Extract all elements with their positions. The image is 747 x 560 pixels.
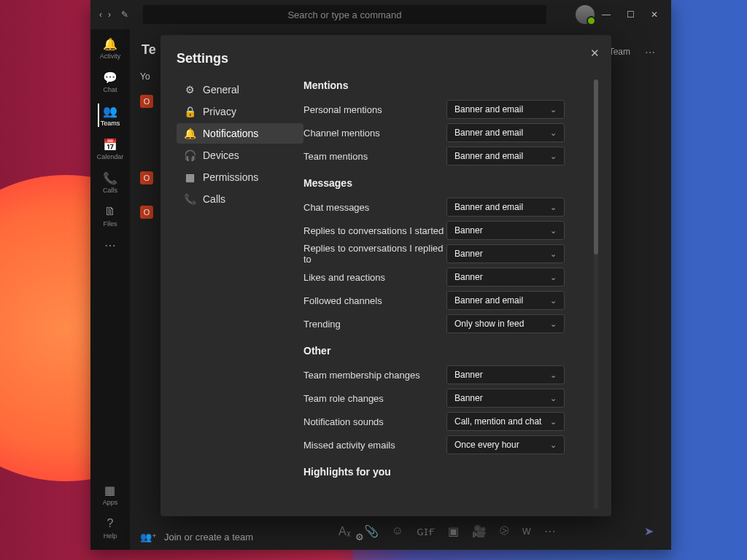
more-icon[interactable]: ⋯ (544, 524, 556, 538)
dialog-close-icon[interactable]: ✕ (590, 47, 600, 60)
settings-row-label: Missed activity emails (303, 440, 446, 451)
back-icon[interactable]: ‹ (99, 9, 102, 20)
settings-select[interactable]: Banner⌄ (446, 365, 565, 384)
rail-chat[interactable]: 💬Chat (103, 70, 117, 93)
send-icon[interactable]: ➤ (644, 524, 654, 538)
settings-tab-general[interactable]: ⚙General (177, 79, 303, 100)
settings-select[interactable]: Call, mention and chat⌄ (446, 412, 565, 431)
rail-teams[interactable]: 👥Teams (98, 104, 120, 127)
stream-icon[interactable]: ⧁ (500, 524, 509, 537)
settings-select[interactable]: Once every hour⌄ (446, 435, 565, 454)
bell-icon: 🔔 (184, 128, 196, 139)
settings-tab-label: Privacy (203, 106, 236, 117)
chevron-down-icon: ⌄ (550, 440, 557, 450)
settings-tab-calls[interactable]: 📞Calls (177, 189, 303, 209)
format-icon[interactable]: Aᵪ (338, 524, 351, 538)
attach-icon[interactable]: 📎 (364, 524, 379, 538)
settings-row: Team role changesBanner⌄ (303, 387, 594, 409)
minimize-icon[interactable]: — (602, 9, 611, 20)
left-rail: 🔔Activity 💬Chat 👥Teams 📅Calendar 📞Calls … (90, 29, 130, 550)
rail-help[interactable]: ?Help (103, 516, 117, 540)
phone-icon: 📞 (184, 193, 196, 205)
settings-select[interactable]: Banner⌄ (446, 244, 565, 263)
teams-icon: 👥 (103, 104, 117, 118)
settings-select[interactable]: Banner and email⌄ (446, 123, 565, 142)
meet-icon[interactable]: 🎥 (472, 524, 487, 538)
team-more-icon[interactable]: ⋯ (645, 47, 655, 58)
settings-group: MessagesChat messagesBanner and email⌄Re… (303, 177, 594, 335)
rail-apps[interactable]: ▦Apps (103, 483, 118, 506)
settings-row-label: Chat messages (303, 202, 446, 213)
select-value: Only show in feed (454, 319, 524, 329)
search-input[interactable]: Search or type a command (143, 5, 546, 24)
wiki-icon[interactable]: w (522, 524, 531, 537)
settings-select[interactable]: Banner and email⌄ (446, 100, 565, 119)
chevron-down-icon: ⌄ (550, 370, 557, 380)
settings-select[interactable]: Banner⌄ (446, 221, 565, 240)
rail-files[interactable]: 🗎Files (103, 204, 117, 228)
group-title: Other (303, 345, 594, 357)
select-value: Banner and email (454, 151, 523, 161)
settings-pane: MentionsPersonal mentionsBanner and emai… (303, 79, 598, 509)
join-team-bar[interactable]: 👥⁺ Join or create a team ⚙ (140, 532, 364, 542)
group-title: Mentions (303, 79, 594, 91)
settings-select[interactable]: Banner⌄ (446, 389, 565, 408)
settings-select[interactable]: Banner⌄ (446, 268, 565, 287)
settings-row-label: Personal mentions (303, 104, 446, 115)
team-tile[interactable]: O (140, 206, 153, 219)
chevron-down-icon: ⌄ (550, 128, 557, 138)
maximize-icon[interactable]: ☐ (627, 9, 635, 20)
headset-icon: 🎧 (184, 149, 196, 161)
forward-icon[interactable]: › (108, 9, 111, 20)
settings-row-label: Followed channels (303, 295, 446, 306)
avatar[interactable] (576, 5, 595, 24)
teams-app-window: ‹ › ✎ Search or type a command — ☐ ✕ 🔔Ac… (90, 0, 671, 550)
team-tile[interactable]: O (140, 95, 153, 108)
calendar-icon: 📅 (103, 137, 117, 152)
emoji-icon[interactable]: ☺ (392, 524, 403, 537)
chevron-down-icon: ⌄ (550, 226, 557, 236)
group-title: Highlights for you (303, 466, 594, 478)
select-value: Banner and email (454, 202, 523, 212)
chevron-down-icon: ⌄ (550, 296, 557, 306)
select-value: Once every hour (454, 440, 519, 450)
team-tile[interactable]: O (140, 171, 153, 184)
rail-label: Help (104, 532, 117, 540)
settings-tab-notifications[interactable]: 🔔Notifications (177, 123, 303, 144)
join-team-label: Join or create a team (164, 532, 253, 542)
settings-select[interactable]: Only show in feed⌄ (446, 314, 565, 333)
phone-icon: 📞 (103, 171, 117, 185)
settings-tab-label: Calls (203, 193, 225, 205)
sticker-icon[interactable]: ▣ (448, 524, 459, 538)
settings-row: Channel mentionsBanner and email⌄ (303, 122, 594, 144)
settings-row: Team membership changesBanner⌄ (303, 364, 594, 386)
chevron-down-icon: ⌄ (550, 203, 557, 212)
scrollbar[interactable] (594, 79, 598, 509)
settings-tab-permissions[interactable]: ▦Permissions (177, 167, 303, 187)
gear-icon: ⚙ (184, 84, 196, 96)
settings-select[interactable]: Banner and email⌄ (446, 291, 565, 310)
rail-activity[interactable]: 🔔Activity (100, 36, 121, 60)
settings-group: MentionsPersonal mentionsBanner and emai… (303, 79, 594, 167)
rail-calendar[interactable]: 📅Calendar (97, 137, 124, 160)
settings-tab-label: Permissions (203, 171, 258, 183)
settings-select[interactable]: Banner and email⌄ (446, 198, 565, 217)
settings-row: Personal mentionsBanner and email⌄ (303, 98, 594, 120)
settings-row: Likes and reactionsBanner⌄ (303, 266, 594, 288)
window-controls: — ☐ ✕ (602, 9, 658, 20)
rail-calls[interactable]: 📞Calls (103, 171, 117, 194)
settings-select[interactable]: Banner and email⌄ (446, 147, 565, 166)
settings-row-label: Replies to conversations I replied to (303, 243, 446, 265)
chevron-down-icon: ⌄ (550, 152, 557, 161)
subheading-truncated: Yo (140, 71, 150, 82)
rail-more[interactable]: ⋯ (103, 238, 117, 252)
gif-icon[interactable]: ɢɪғ (417, 524, 435, 538)
bell-icon: 🔔 (103, 36, 117, 51)
rail-label: Calendar (97, 153, 124, 160)
select-value: Banner (454, 370, 483, 380)
compose-icon[interactable]: ✎ (121, 9, 128, 20)
help-icon: ? (103, 516, 117, 531)
settings-tab-devices[interactable]: 🎧Devices (177, 145, 303, 166)
close-icon[interactable]: ✕ (651, 9, 658, 20)
settings-tab-privacy[interactable]: 🔒Privacy (177, 101, 303, 122)
